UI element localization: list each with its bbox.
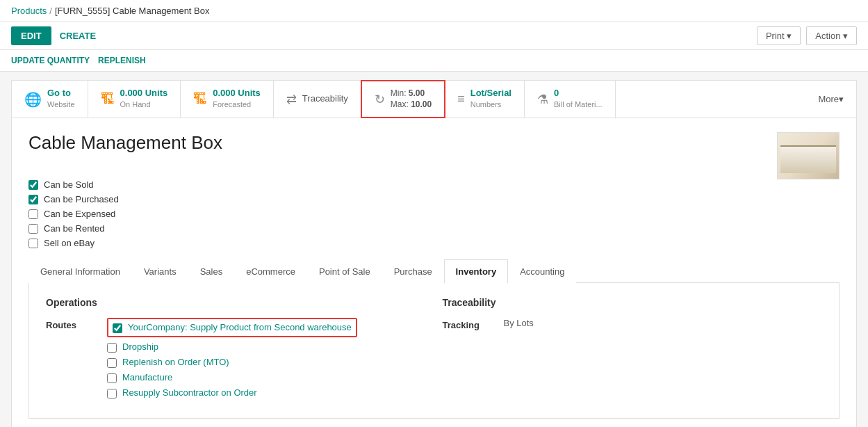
- can-be-rented-checkbox[interactable]: Can be Rented: [28, 223, 840, 234]
- lot-serial-button[interactable]: ≡ Lot/Serial Numbers: [445, 81, 525, 118]
- operations-title: Operations: [46, 297, 426, 308]
- route-manufacture-link[interactable]: Manufacture: [122, 372, 172, 382]
- route-manufacture-input[interactable]: [107, 373, 117, 383]
- product-title: Cable Management Box: [28, 132, 222, 154]
- tab-accounting[interactable]: Accounting: [508, 259, 576, 283]
- tab-point-of-sale[interactable]: Point of Sale: [307, 259, 382, 283]
- tabs-row: General Information Variants Sales eComm…: [28, 259, 840, 283]
- breadcrumb: Products / [FURN_5555] Cable Management …: [0, 0, 868, 22]
- traceability-title: Traceability: [443, 297, 823, 308]
- can-be-rented-input[interactable]: [28, 224, 38, 234]
- breadcrumb-separator: /: [49, 6, 52, 16]
- traceability-button[interactable]: ⇄ Traceability: [274, 81, 361, 118]
- content-area: 🌐 Go to Website 🏗 0.000 Units On Hand 🏗 …: [0, 72, 868, 427]
- inventory-content-grid: Operations Routes YourCompany: Supply Pr…: [46, 297, 822, 404]
- routes-field-row: Routes YourCompany: Supply Product from …: [46, 318, 426, 398]
- bill-of-materials-button[interactable]: ⚗ 0 Bill of Materi...: [525, 81, 616, 118]
- can-be-purchased-input[interactable]: [28, 195, 38, 204]
- product-image: [777, 132, 840, 179]
- units-on-hand-button[interactable]: 🏗 0.000 Units On Hand: [88, 81, 181, 118]
- tab-purchase[interactable]: Purchase: [382, 259, 444, 283]
- route-supply-second-warehouse-link[interactable]: YourCompany: Supply Product from Second …: [128, 322, 352, 332]
- product-checkboxes: Can be Sold Can be Purchased Can be Expe…: [28, 179, 840, 248]
- route-supply-second-warehouse-input[interactable]: [113, 323, 122, 333]
- route-supply-second-warehouse[interactable]: YourCompany: Supply Product from Second …: [107, 318, 357, 337]
- tracking-field-row: Tracking By Lots: [443, 318, 823, 330]
- route-dropship[interactable]: Dropship: [107, 341, 357, 353]
- routes-list: YourCompany: Supply Product from Second …: [107, 318, 357, 398]
- action-bar: UPDATE QUANTITY REPLENISH: [0, 50, 868, 72]
- more-button[interactable]: More ▾: [805, 81, 856, 118]
- bom-icon: ⚗: [537, 92, 548, 107]
- product-form: Cable Management Box Can be Sold Can be …: [11, 118, 857, 427]
- go-to-website-button[interactable]: 🌐 Go to Website: [12, 81, 88, 118]
- can-be-purchased-checkbox[interactable]: Can be Purchased: [28, 194, 840, 204]
- replenishment-icon: ↻: [375, 92, 385, 107]
- tab-sales[interactable]: Sales: [188, 259, 235, 283]
- can-be-sold-input[interactable]: [28, 180, 38, 190]
- route-dropship-input[interactable]: [107, 343, 117, 353]
- product-title-row: Cable Management Box: [28, 132, 840, 179]
- route-replenish-on-order-input[interactable]: [107, 358, 117, 368]
- update-quantity-button[interactable]: UPDATE QUANTITY: [11, 53, 90, 68]
- tab-inventory[interactable]: Inventory: [444, 259, 509, 283]
- tracking-value: By Lots: [504, 318, 534, 328]
- edit-button[interactable]: EDIT: [11, 26, 51, 45]
- product-image-inner: [780, 145, 836, 173]
- can-be-expensed-input[interactable]: [28, 209, 38, 219]
- route-dropship-link[interactable]: Dropship: [122, 341, 158, 352]
- route-replenish-on-order[interactable]: Replenish on Order (MTO): [107, 357, 357, 368]
- toolbar-right: Print ▾ Action ▾: [757, 26, 857, 45]
- traceability-icon: ⇄: [286, 92, 297, 107]
- forecast-icon: 🏗: [193, 91, 207, 107]
- print-button[interactable]: Print ▾: [757, 26, 801, 45]
- route-manufacture[interactable]: Manufacture: [107, 372, 357, 383]
- breadcrumb-parent-link[interactable]: Products: [11, 6, 47, 16]
- action-button[interactable]: Action ▾: [806, 26, 857, 45]
- inventory-tab-content: Operations Routes YourCompany: Supply Pr…: [28, 283, 840, 419]
- breadcrumb-current: [FURN_5555] Cable Management Box: [55, 6, 210, 16]
- replenish-button[interactable]: REPLENISH: [98, 53, 146, 68]
- route-replenish-on-order-link[interactable]: Replenish on Order (MTO): [122, 357, 229, 367]
- min-max-button[interactable]: ↻ Min: 5.00 Max: 10.00: [361, 80, 445, 118]
- operations-section: Operations Routes YourCompany: Supply Pr…: [46, 297, 426, 404]
- list-icon: ≡: [457, 92, 465, 106]
- tab-variants[interactable]: Variants: [132, 259, 188, 283]
- sell-on-ebay-checkbox[interactable]: Sell on eBay: [28, 238, 840, 248]
- sell-on-ebay-input[interactable]: [28, 239, 38, 248]
- can-be-expensed-checkbox[interactable]: Can be Expensed: [28, 209, 840, 219]
- tab-general-information[interactable]: General Information: [28, 259, 132, 283]
- toolbar: EDIT CREATE Print ▾ Action ▾: [0, 22, 868, 50]
- create-button[interactable]: CREATE: [57, 26, 99, 45]
- tab-ecommerce[interactable]: eCommerce: [234, 259, 307, 283]
- smart-buttons-bar: 🌐 Go to Website 🏗 0.000 Units On Hand 🏗 …: [11, 80, 857, 118]
- globe-icon: 🌐: [24, 91, 42, 108]
- route-resupply-subcontractor-link[interactable]: Resupply Subcontractor on Order: [122, 387, 257, 398]
- route-resupply-subcontractor[interactable]: Resupply Subcontractor on Order: [107, 387, 357, 398]
- routes-label: Routes: [46, 318, 101, 330]
- units-forecasted-button[interactable]: 🏗 0.000 Units Forecasted: [181, 81, 274, 118]
- route-resupply-subcontractor-input[interactable]: [107, 389, 117, 398]
- traceability-section: Traceability Tracking By Lots: [443, 297, 823, 404]
- warehouse-icon: 🏗: [101, 91, 115, 107]
- tracking-label: Tracking: [443, 318, 498, 330]
- can-be-sold-checkbox[interactable]: Can be Sold: [28, 179, 840, 190]
